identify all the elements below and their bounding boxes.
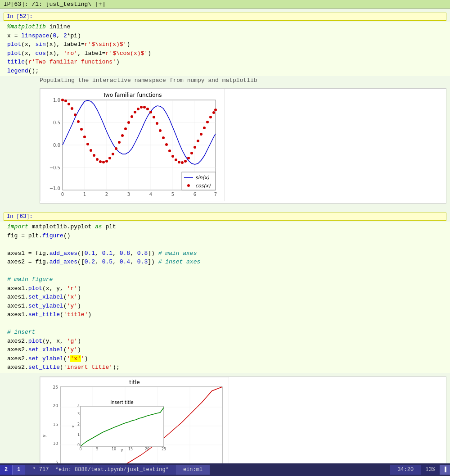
status-mode: ein:ml	[176, 465, 210, 475]
svg-point-58	[168, 150, 171, 152]
svg-point-28	[74, 113, 76, 116]
svg-point-40	[112, 153, 114, 155]
code-line: axes2 = fig.add_axes([0.2, 0.5, 0.4, 0.3…	[7, 258, 446, 267]
plot-svg-1: Two familiar functions 1.0 0.5	[40, 89, 225, 201]
code-line: axes2.set_title('insert title');	[7, 363, 446, 372]
code-52: %matplotlib inline x = linspace(0, 2*pi)…	[0, 22, 450, 76]
svg-text:−1.0: −1.0	[50, 186, 60, 191]
svg-point-73	[214, 109, 217, 111]
code-line	[7, 319, 446, 328]
plot2-inset-title: insert title	[110, 400, 133, 405]
svg-point-33	[90, 149, 92, 152]
svg-point-53	[153, 116, 155, 118]
svg-point-25	[64, 100, 67, 102]
code-line: axes1.set_title('title')	[7, 310, 446, 319]
status-filename: *ein: 8888/test.ipynb/just_testing*	[55, 467, 169, 473]
svg-point-54	[156, 122, 158, 125]
cell-52: In [52]: %matplotlib inline x = linspace…	[0, 9, 450, 209]
svg-point-42	[118, 141, 121, 144]
code-line: title(r'Two familiar functions')	[7, 58, 446, 67]
code-line: axes2.set_ylabel(''x'')	[7, 354, 446, 363]
prompt-52[interactable]: In [52]:	[4, 13, 446, 21]
svg-point-62	[181, 161, 184, 164]
cell-63: In [63]: import matplotlib.pyplot as plt…	[0, 209, 450, 471]
plot-svg-2: title y x 25 20 15 10 5 0 0 1	[40, 377, 229, 471]
plot2-ylabel: y	[41, 434, 47, 437]
notebook[interactable]: In [52]: %matplotlib inline x = linspace…	[0, 9, 450, 471]
svg-text:2: 2	[105, 192, 108, 197]
svg-point-57	[165, 143, 168, 146]
svg-point-30	[80, 128, 83, 131]
svg-text:2: 2	[77, 422, 80, 426]
svg-point-48	[137, 108, 140, 110]
svg-point-63	[184, 160, 187, 163]
svg-point-43	[121, 134, 124, 137]
svg-point-72	[212, 111, 215, 114]
svg-text:25: 25	[53, 385, 58, 390]
svg-point-67	[197, 140, 199, 142]
code-line	[7, 267, 446, 276]
plot-2: title y x 25 20 15 10 5 0 0 1	[40, 376, 446, 471]
svg-point-50	[143, 106, 146, 109]
title-text: IP[63]: /1: just_testing\ [+]	[4, 1, 105, 8]
svg-point-39	[108, 157, 111, 159]
svg-point-77	[187, 184, 190, 187]
svg-point-36	[99, 160, 102, 163]
svg-text:0: 0	[61, 192, 64, 197]
code-line: plot(x, cos(x), 'ro', label=r'$\cos(x)$'…	[7, 49, 446, 58]
status-percent: 13%	[421, 465, 440, 475]
status-file: * 717 *ein: 8888/test.ipynb/just_testing…	[25, 465, 176, 475]
svg-point-37	[102, 161, 105, 163]
code-line: x = linspace(0, 2*pi)	[7, 32, 446, 41]
code-63: import matplotlib.pyplot as plt fig = pl…	[0, 222, 450, 373]
svg-point-35	[96, 158, 99, 161]
svg-point-45	[127, 121, 130, 124]
svg-text:20: 20	[145, 447, 149, 451]
plot-1: Two familiar functions 1.0 0.5	[40, 88, 446, 204]
output-52: Populating the interactive namespace fro…	[0, 76, 450, 85]
plot2-title: title	[129, 379, 140, 385]
svg-text:5: 5	[96, 447, 98, 451]
code-line: axes2.set_xlabel('y')	[7, 345, 446, 354]
svg-text:y: y	[121, 448, 123, 452]
status-num-1: 1	[13, 465, 25, 475]
status-right: 34:20 13% ▐	[390, 465, 450, 475]
code-line: # insert	[7, 328, 446, 337]
code-line: fig = plt.figure()	[7, 231, 446, 240]
code-line: axes1 = fig.add_axes([0.1, 0.1, 0.8, 0.8…	[7, 249, 446, 258]
status-cells: 717	[39, 467, 49, 473]
svg-text:cos(x): cos(x)	[195, 183, 211, 189]
svg-text:0.0: 0.0	[53, 143, 60, 148]
code-line: axes2.plot(y, x, 'g')	[7, 337, 446, 346]
svg-text:4: 4	[77, 404, 80, 408]
code-line: plot(x, sin(x), label=r'$\sin(x)$')	[7, 40, 446, 49]
svg-point-34	[93, 154, 95, 157]
prompt-63[interactable]: In [63]:	[4, 213, 446, 221]
svg-rect-101	[81, 406, 164, 447]
svg-text:25: 25	[162, 447, 166, 451]
svg-text:1: 1	[83, 192, 86, 197]
svg-point-29	[77, 120, 80, 123]
svg-point-60	[175, 159, 177, 161]
code-line: # main figure	[7, 275, 446, 284]
svg-text:10: 10	[53, 441, 58, 446]
output-text: Populating the interactive namespace fro…	[40, 77, 257, 84]
status-end: ▐	[440, 465, 450, 475]
plot1-title: Two familiar functions	[103, 92, 162, 98]
svg-text:5: 5	[171, 192, 174, 197]
status-left: 2 1 * 717 *ein: 8888/test.ipynb/just_tes…	[0, 465, 210, 475]
svg-text:1: 1	[77, 433, 80, 437]
svg-point-46	[130, 115, 133, 118]
svg-point-55	[159, 129, 162, 132]
svg-text:15: 15	[53, 422, 58, 427]
code-line: axes1.set_ylabel('y')	[7, 302, 446, 311]
svg-text:7: 7	[214, 192, 217, 197]
svg-point-41	[115, 147, 117, 150]
svg-point-44	[124, 127, 127, 130]
svg-text:0.5: 0.5	[53, 120, 60, 125]
svg-point-49	[140, 106, 143, 109]
svg-point-66	[194, 146, 196, 149]
code-line: %matplotlib inline	[7, 23, 446, 32]
svg-text:3: 3	[127, 192, 130, 197]
svg-point-24	[61, 99, 64, 101]
